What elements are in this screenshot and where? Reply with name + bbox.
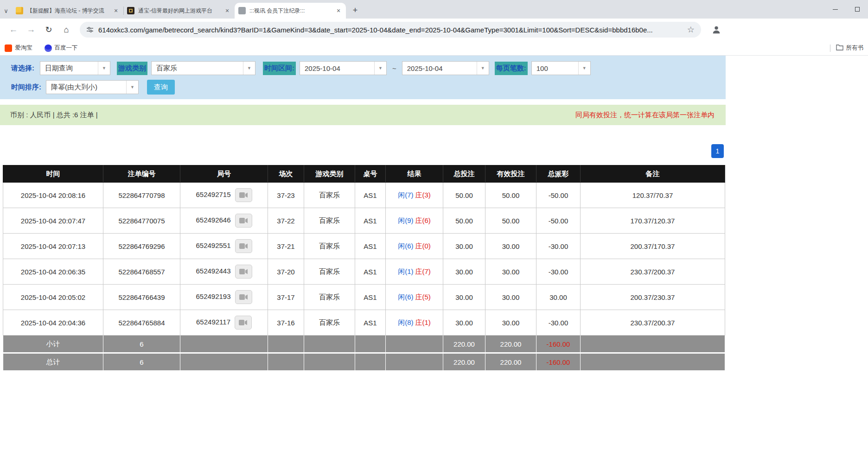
url-text[interactable]: 614oxkc3.com/game/betrecord_search/kind3… xyxy=(98,26,683,34)
close-tab-icon[interactable]: × xyxy=(112,7,120,14)
chevron-down-icon[interactable]: ▼ xyxy=(578,62,590,75)
search-button[interactable]: 查询 xyxy=(147,80,175,95)
filter-row-2: 时间排序: 降幂(由大到小) ▼ 查询 xyxy=(0,80,726,95)
cell-total-bet[interactable]: 50.00 xyxy=(443,183,485,208)
date-start-select[interactable]: 2025-10-04 ▼ xyxy=(300,61,387,75)
table-row: 2025-10-04 20:04:36 522864765884 6524921… xyxy=(3,310,725,336)
table-row: 2025-10-04 20:07:47 522864770075 6524926… xyxy=(3,208,725,234)
all-bookmarks-label: 所有书 xyxy=(846,44,864,52)
chevron-down-icon[interactable]: ▼ xyxy=(98,62,110,75)
cell-bet-id: 522864770075 xyxy=(103,208,180,234)
bookmark-taobao[interactable]: 爱淘宝 xyxy=(5,44,32,52)
cell-total-bet[interactable]: 30.00 xyxy=(443,310,485,336)
filter-bar: 请选择: 日期查询 ▼ 游戏类别 百家乐 ▼ 时间区间: 2025-10-04 … xyxy=(0,56,726,99)
close-tab-icon[interactable]: × xyxy=(335,7,342,14)
cell-result: 闲(1)庄(7) xyxy=(386,259,443,285)
date-end-select[interactable]: 2025-10-04 ▼ xyxy=(402,61,489,75)
site-info-icon[interactable] xyxy=(86,26,94,33)
cell-total-bet[interactable]: 30.00 xyxy=(443,285,485,310)
cell-time: 2025-10-04 20:06:35 xyxy=(3,259,103,285)
cell-round: 652492646 xyxy=(180,208,268,234)
home-button[interactable]: ⌂ xyxy=(59,23,73,37)
table-header-row: 时间 注单编号 局号 场次 游戏类别 桌号 结果 总投注 有效投注 总派彩 备注 xyxy=(3,165,725,183)
bookmarks-bar-right: 所有书 xyxy=(830,44,864,52)
valid-bet-notice: 同局有效投注，统一计算在该局第一张注单内 xyxy=(575,111,715,120)
table-row: 2025-10-04 20:06:35 522864768557 6524924… xyxy=(3,259,725,285)
time-sort-select[interactable]: 降幂(由大到小) ▼ xyxy=(46,80,139,94)
all-bookmarks-folder[interactable]: 所有书 xyxy=(836,44,864,52)
header-session: 场次 xyxy=(268,165,304,183)
video-site-favicon-icon xyxy=(238,7,246,14)
cell-session: 37-20 xyxy=(268,259,304,285)
tab-tongbao-platform[interactable]: 通宝-信誉最好的网上游戏平台 × xyxy=(123,3,235,19)
result-player: 闲(8) xyxy=(398,318,413,326)
cell-table-no: AS1 xyxy=(355,234,386,259)
minimize-button[interactable] xyxy=(824,0,846,19)
replay-video-button[interactable] xyxy=(235,239,252,253)
cell-payout: -30.00 xyxy=(536,234,581,259)
game-category-label: 游戏类别 xyxy=(117,62,147,75)
cell-note: 230.37/200.37 xyxy=(581,259,725,285)
cell-total-bet[interactable]: 30.00 xyxy=(443,234,485,259)
cell-time: 2025-10-04 20:05:02 xyxy=(3,285,103,310)
cell-total-bet[interactable]: 50.00 xyxy=(443,208,485,234)
subtotal-total-bet: 220.00 xyxy=(443,336,485,353)
result-player: 闲(1) xyxy=(398,267,413,275)
cell-session: 37-22 xyxy=(268,208,304,234)
cell-round: 652492193 xyxy=(180,285,268,310)
cell-table-no: AS1 xyxy=(355,310,386,336)
tab-search-button[interactable]: ∨ xyxy=(0,3,12,19)
cell-result: 闲(8)庄(1) xyxy=(386,310,443,336)
cell-table-no: AS1 xyxy=(355,259,386,285)
replay-video-button[interactable] xyxy=(235,214,252,228)
page-1-button[interactable]: 1 xyxy=(711,144,724,158)
time-sort-label: 时间排序: xyxy=(11,83,41,92)
cell-note: 230.37/200.37 xyxy=(581,310,725,336)
cell-bet-id: 522864769296 xyxy=(103,234,180,259)
header-time: 时间 xyxy=(3,165,103,183)
query-type-select[interactable]: 日期查询 ▼ xyxy=(40,61,110,75)
select-type-label: 请选择: xyxy=(11,64,34,73)
reload-button[interactable]: ↻ xyxy=(42,23,56,37)
header-payout: 总派彩 xyxy=(536,165,581,183)
forward-button[interactable]: → xyxy=(24,23,38,37)
cell-round: 652492117 xyxy=(180,310,268,336)
folder-icon xyxy=(836,44,843,52)
cell-empty xyxy=(304,353,355,371)
game-category-value: 百家乐 xyxy=(152,62,243,75)
browser-toolbar: ← → ↻ ⌂ 614oxkc3.com/game/betrecord_sear… xyxy=(0,19,868,41)
profile-avatar-icon[interactable] xyxy=(709,23,723,37)
cell-payout: -50.00 xyxy=(536,183,581,208)
replay-video-button[interactable] xyxy=(235,188,252,202)
summary-bar: 币别 : 人民币 | 总共 :6 注单 | 同局有效投注，统一计算在该局第一张注… xyxy=(0,105,726,125)
tab-haiyan-forum[interactable]: 【新提醒】海燕论坛 - 博学交流 × xyxy=(12,3,123,19)
chevron-down-icon[interactable]: ▼ xyxy=(243,62,255,75)
chevron-down-icon[interactable]: ▼ xyxy=(477,62,489,75)
subtotal-valid-bet: 220.00 xyxy=(485,336,536,353)
chevron-down-icon[interactable]: ▼ xyxy=(374,62,386,75)
cell-empty xyxy=(268,353,304,371)
address-bar[interactable]: 614oxkc3.com/game/betrecord_search/kind3… xyxy=(80,22,701,38)
per-page-select[interactable]: 100 ▼ xyxy=(531,61,591,75)
replay-video-button[interactable] xyxy=(235,290,252,304)
bookmark-baidu[interactable]: 百度一下 xyxy=(45,44,78,52)
bookmark-label: 爱淘宝 xyxy=(15,44,32,52)
cell-empty xyxy=(581,353,725,371)
new-tab-button[interactable]: + xyxy=(349,4,362,17)
bookmark-star-icon[interactable]: ☆ xyxy=(687,25,695,35)
header-table-no: 桌号 xyxy=(355,165,386,183)
close-tab-icon[interactable]: × xyxy=(223,7,231,14)
replay-video-button[interactable] xyxy=(235,265,252,279)
game-category-select[interactable]: 百家乐 ▼ xyxy=(151,61,255,75)
tab-bet-records-active[interactable]: :::视讯 会员下注纪录::: × xyxy=(235,3,346,19)
maximize-button[interactable] xyxy=(846,0,868,19)
baidu-icon xyxy=(45,44,52,52)
cell-bet-id: 522864766439 xyxy=(103,285,180,310)
result-player: 闲(7) xyxy=(398,191,413,199)
back-button[interactable]: ← xyxy=(6,23,20,37)
replay-video-button[interactable] xyxy=(235,316,252,330)
cell-round: 652492443 xyxy=(180,259,268,285)
result-banker: 庄(7) xyxy=(415,267,431,275)
cell-total-bet[interactable]: 30.00 xyxy=(443,259,485,285)
chevron-down-icon[interactable]: ▼ xyxy=(126,81,138,94)
